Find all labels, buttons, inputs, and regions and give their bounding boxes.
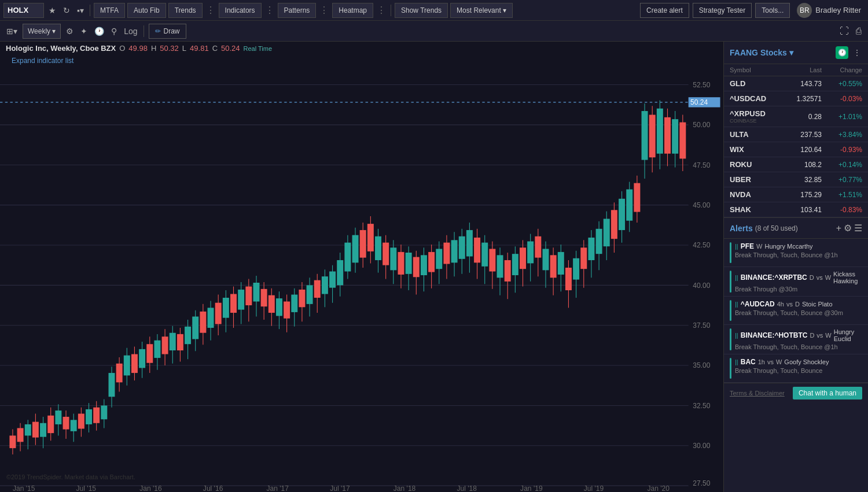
alert-item[interactable]: || BAC 1h vs W Goofy Shockley Break Thro… — [724, 354, 868, 383]
alert-item[interactable]: || BINANCE:^XRPTBC D vs W Kickass Hawkin… — [724, 267, 868, 297]
log-icon[interactable]: Log — [122, 25, 139, 38]
watchlist-thead: Symbol Last Change — [724, 64, 868, 76]
watchlist-row[interactable]: WIX 120.64 -0.93% — [724, 142, 868, 157]
svg-rect-121 — [421, 255, 427, 275]
high-value: 50.32 — [160, 44, 179, 53]
svg-rect-179 — [642, 111, 648, 160]
cursor-icon[interactable]: ✦ — [79, 25, 89, 38]
svg-text:Jan '15: Jan '15 — [13, 484, 35, 492]
alert-content: || ^AUDCAD 4h vs D Stoic Plato Break Thr… — [735, 300, 862, 321]
symbol-sub: COINBASE — [730, 118, 781, 124]
expand-indicator-link[interactable]: Expand indicator list — [6, 56, 79, 66]
clock-icon[interactable]: 🕐 — [836, 46, 848, 59]
ticker-input[interactable] — [3, 3, 44, 18]
separator-1 — [90, 5, 90, 16]
change-value: +0.77% — [822, 176, 862, 184]
alert-desc: Break Through, Touch, Bounce — [735, 367, 862, 374]
svg-rect-43 — [124, 356, 130, 376]
mtfa-button[interactable]: MTFA — [94, 3, 125, 18]
star-icon[interactable]: ★ — [46, 5, 58, 16]
more-icon[interactable]: ⋮ — [852, 47, 862, 58]
svg-rect-137 — [481, 243, 488, 267]
alerts-list: || PFE W Hungry Mccarthy Break Through, … — [724, 239, 868, 383]
last-price: 120.64 — [781, 146, 822, 154]
chat-button[interactable]: Chat with a human — [793, 387, 862, 399]
chart-area[interactable]: Hologic Inc, Weekly, Cboe BZX O 49.98 H … — [0, 42, 723, 492]
watchlist-row[interactable]: ULTA 237.53 +3.84% — [724, 127, 868, 142]
alert-icon: || — [735, 301, 738, 308]
alert-content: || BAC 1h vs W Goofy Shockley Break Thro… — [735, 358, 862, 379]
create-alert-button[interactable]: Create alert — [640, 3, 689, 18]
watchlist-row[interactable]: NVDA 175.29 +1.51% — [724, 187, 868, 202]
svg-rect-69 — [223, 298, 229, 318]
alert-symbol: BAC — [741, 358, 756, 366]
fullscreen-icon[interactable]: ⛶ — [838, 24, 851, 38]
strategy-tester-button[interactable]: Strategy Tester — [693, 3, 752, 18]
tools-button[interactable]: Tools... — [755, 3, 790, 18]
change-value: +1.51% — [822, 191, 862, 199]
magnet-icon[interactable]: ⚲ — [109, 25, 119, 38]
chart-canvas-wrapper[interactable]: 52.50 50.00 47.50 45.00 42.50 40.00 37.5… — [0, 66, 723, 492]
watchlist-row[interactable]: SHAK 103.41 -0.83% — [724, 202, 868, 217]
svg-rect-131 — [459, 236, 465, 259]
alerts-settings-button[interactable]: ⚙ — [844, 223, 852, 234]
watchlist-row[interactable]: UBER 32.85 +0.77% — [724, 172, 868, 187]
alerts-list-button[interactable]: ☰ — [854, 223, 862, 234]
alert-author: Goofy Shockley — [784, 358, 829, 365]
terms-link[interactable]: Terms & Disclaimer — [730, 390, 785, 397]
trends-button[interactable]: Trends — [168, 3, 203, 18]
chart-title: Hologic Inc, Weekly, Cboe BZX — [6, 44, 116, 53]
watchlist-row[interactable]: ROKU 108.2 +0.14% — [724, 157, 868, 172]
more-btn-1[interactable]: ⋮ — [205, 5, 216, 16]
alert-indicator — [730, 300, 731, 321]
timeframe-button[interactable]: Weekly ▾ — [23, 24, 61, 39]
patterns-button[interactable]: Patterns — [278, 3, 317, 18]
draw-button[interactable]: ✏ Draw — [149, 24, 186, 39]
alerts-section: Alerts (8 of 50 used) + ⚙ ☰ || PFE W Hun… — [724, 217, 868, 383]
svg-rect-151 — [535, 236, 541, 258]
clock-icon[interactable]: 🕐 — [93, 25, 106, 38]
col-symbol: Symbol — [730, 66, 781, 73]
watchlist-row[interactable]: GLD 143.73 +0.55% — [724, 76, 868, 91]
most-relevant-button[interactable]: Most Relevant ▾ — [450, 3, 513, 18]
show-trends-button[interactable]: Show Trends — [395, 3, 448, 18]
svg-rect-185 — [664, 117, 671, 154]
chart-info-bar: Hologic Inc, Weekly, Cboe BZX O 49.98 H … — [0, 42, 723, 55]
svg-text:42.50: 42.50 — [693, 241, 711, 249]
svg-rect-65 — [208, 308, 214, 328]
sidebar: FAANG Stocks ▾ 🕐 ⋮ Symbol Last Change GL… — [723, 42, 868, 492]
separator-2 — [391, 5, 391, 16]
more-btn-3[interactable]: ⋮ — [318, 5, 330, 16]
watchlist-title[interactable]: FAANG Stocks ▾ — [730, 48, 832, 57]
last-price: 32.85 — [781, 176, 822, 184]
alert-symbol: PFE — [741, 242, 754, 250]
add-alert-button[interactable]: + — [836, 223, 841, 234]
more-btn-2[interactable]: ⋮ — [264, 5, 275, 16]
indicators-button[interactable]: Indicators — [219, 3, 262, 18]
heatmap-button[interactable]: Heatmap — [332, 3, 373, 18]
alert-item[interactable]: || ^AUDCAD 4h vs D Stoic Plato Break Thr… — [724, 297, 868, 325]
refresh-icon[interactable]: ↻ — [61, 5, 72, 16]
alert-desc: Break Through, Touch, Bounce @1h — [735, 251, 862, 258]
chart-type-icon[interactable]: ▪▾ — [75, 5, 86, 16]
svg-rect-163 — [580, 247, 587, 269]
user-profile[interactable]: BR Bradley Ritter — [793, 2, 865, 19]
svg-rect-67 — [215, 303, 222, 324]
more-btn-4[interactable]: ⋮ — [376, 5, 387, 16]
open-label: O — [119, 44, 125, 53]
settings-icon[interactable]: ⚙ — [64, 25, 75, 38]
watchlist-row[interactable]: ^XRPUSD COINBASE 0.28 +1.01% — [724, 106, 868, 127]
share-icon[interactable]: ⎙ — [854, 24, 863, 38]
svg-rect-129 — [451, 240, 458, 262]
svg-rect-109 — [375, 236, 381, 260]
alert-item[interactable]: || PFE W Hungry Mccarthy Break Through, … — [724, 239, 868, 267]
watchlist-row[interactable]: ^USDCAD 1.32571 -0.03% — [724, 91, 868, 106]
panel-icon[interactable]: ⊞▾ — [5, 25, 19, 38]
alert-item[interactable]: || BINANCE:^HOTBTC D vs W Hungry Euclid … — [724, 325, 868, 354]
separator-3 — [144, 25, 144, 37]
svg-rect-133 — [466, 230, 473, 257]
autofib-button[interactable]: Auto Fib — [127, 3, 166, 18]
svg-rect-147 — [520, 247, 526, 269]
svg-rect-189 — [679, 123, 686, 159]
realtime-badge: Real Time — [244, 45, 273, 52]
